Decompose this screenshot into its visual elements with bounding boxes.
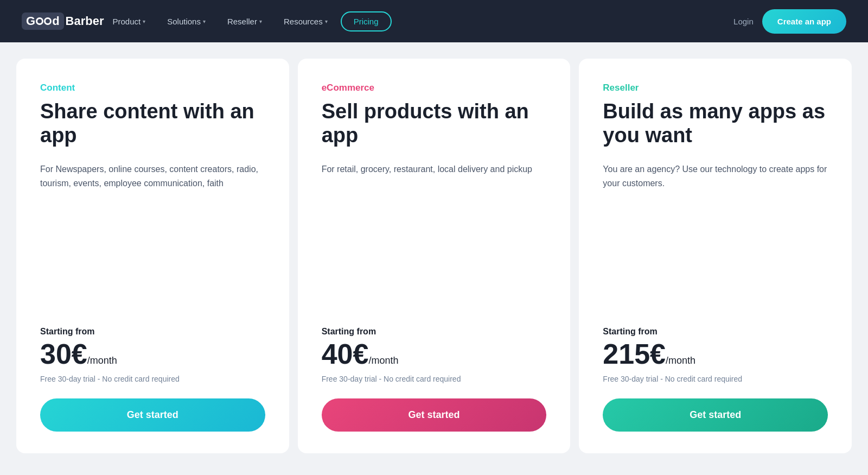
ecommerce-price: 40€ bbox=[322, 340, 369, 368]
nav-right: Login Create an app bbox=[733, 9, 846, 34]
ecommerce-get-started-button[interactable]: Get started bbox=[322, 398, 547, 432]
navbar: G d Barber Product ▾ Solutions ▾ Reselle… bbox=[0, 0, 868, 42]
chevron-down-icon: ▾ bbox=[143, 18, 145, 24]
reseller-per-month: /month bbox=[666, 355, 695, 366]
ecommerce-starting-from: Starting from bbox=[322, 327, 547, 337]
reseller-title: Build as many apps as you want bbox=[603, 100, 828, 147]
pricing-cards: Content Share content with an app For Ne… bbox=[0, 42, 868, 475]
content-tag: Content bbox=[40, 83, 265, 93]
content-price-row: 30€ /month bbox=[40, 340, 265, 368]
reseller-get-started-button[interactable]: Get started bbox=[603, 398, 828, 432]
content-title: Share content with an app bbox=[40, 100, 265, 147]
content-price: 30€ bbox=[40, 340, 87, 368]
ecommerce-title: Sell products with an app bbox=[322, 100, 547, 147]
reseller-price: 215€ bbox=[603, 340, 666, 368]
reseller-starting-from: Starting from bbox=[603, 327, 828, 337]
content-get-started-button[interactable]: Get started bbox=[40, 398, 265, 432]
reseller-price-row: 215€ /month bbox=[603, 340, 828, 368]
logo-g: G bbox=[26, 14, 35, 28]
reseller-card: Reseller Build as many apps as you want … bbox=[579, 59, 852, 453]
ecommerce-description: For retail, grocery, restaurant, local d… bbox=[322, 162, 547, 309]
ecommerce-trial: Free 30-day trial - No credit card requi… bbox=[322, 375, 547, 383]
logo-d: d bbox=[52, 14, 59, 28]
content-per-month: /month bbox=[87, 355, 117, 366]
nav-reseller[interactable]: Reseller ▾ bbox=[219, 12, 271, 30]
chevron-down-icon: ▾ bbox=[259, 18, 262, 24]
create-app-button[interactable]: Create an app bbox=[762, 9, 846, 34]
ecommerce-tag: eCommerce bbox=[322, 83, 547, 93]
nav-pricing[interactable]: Pricing bbox=[341, 11, 392, 31]
chevron-down-icon: ▾ bbox=[203, 18, 206, 24]
logo-oo bbox=[36, 17, 52, 25]
nav-login[interactable]: Login bbox=[733, 17, 754, 26]
chevron-down-icon: ▾ bbox=[325, 18, 328, 24]
content-starting-from: Starting from bbox=[40, 327, 265, 337]
logo-barber: Barber bbox=[66, 14, 104, 28]
nav-solutions[interactable]: Solutions ▾ bbox=[158, 12, 214, 30]
reseller-description: You are an agency? Use our technology to… bbox=[603, 162, 828, 309]
content-trial: Free 30-day trial - No credit card requi… bbox=[40, 375, 265, 383]
nav-resources[interactable]: Resources ▾ bbox=[275, 12, 336, 30]
ecommerce-price-row: 40€ /month bbox=[322, 340, 547, 368]
content-description: For Newspapers, online courses, content … bbox=[40, 162, 265, 309]
logo[interactable]: G d Barber bbox=[22, 12, 104, 30]
ecommerce-per-month: /month bbox=[368, 355, 398, 366]
nav-product[interactable]: Product ▾ bbox=[104, 12, 155, 30]
ecommerce-card: eCommerce Sell products with an app For … bbox=[298, 59, 571, 453]
nav-links: Product ▾ Solutions ▾ Reseller ▾ Resourc… bbox=[104, 11, 734, 31]
reseller-tag: Reseller bbox=[603, 83, 828, 93]
content-card: Content Share content with an app For Ne… bbox=[16, 59, 289, 453]
reseller-trial: Free 30-day trial - No credit card requi… bbox=[603, 375, 828, 383]
